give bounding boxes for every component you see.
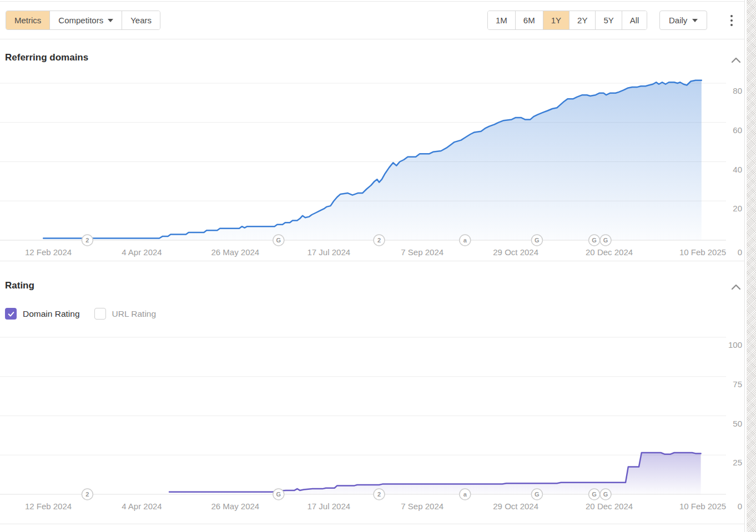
- y-axis-label: 100: [728, 340, 742, 349]
- x-axis-label: 4 Apr 2024: [122, 247, 162, 257]
- divider: [0, 39, 745, 39]
- svg-text:2: 2: [85, 491, 89, 498]
- referring-domains-area-fill: [43, 80, 702, 240]
- divider: [0, 524, 745, 524]
- kebab-icon: [730, 15, 733, 17]
- svg-text:G: G: [592, 237, 597, 244]
- google-update-marker[interactable]: G: [273, 489, 284, 500]
- range-button-label: 6M: [523, 16, 535, 25]
- google-update-marker[interactable]: G: [600, 489, 611, 500]
- x-axis-label: 4 Apr 2024: [122, 501, 162, 511]
- x-axis-label: 29 Oct 2024: [493, 247, 538, 257]
- range-button-5y[interactable]: 5Y: [596, 11, 622, 29]
- svg-text:G: G: [535, 491, 540, 498]
- kebab-icon: [730, 19, 733, 22]
- referring-domains-title: Referring domains: [5, 52, 88, 63]
- toolbar: Metrics Competitors Years 1M 6M 1Y 2Y 5Y…: [0, 0, 745, 39]
- x-axis-label: 12 Feb 2024: [25, 501, 72, 511]
- chevron-up-icon: [728, 54, 744, 67]
- range-button-label: 5Y: [603, 16, 613, 25]
- google-update-marker[interactable]: 2: [374, 235, 385, 246]
- google-update-marker[interactable]: G: [600, 235, 611, 246]
- collapse-referring-domains-button[interactable]: [728, 54, 744, 67]
- checkbox-checked-icon: [5, 308, 17, 320]
- google-update-marker[interactable]: 2: [82, 489, 93, 500]
- x-axis-label: 7 Sep 2024: [401, 247, 443, 257]
- collapse-rating-button[interactable]: [728, 281, 744, 294]
- svg-text:2: 2: [377, 237, 381, 244]
- x-axis-label: 17 Jul 2024: [308, 501, 351, 511]
- range-button-1y[interactable]: 1Y: [543, 11, 569, 29]
- range-button-all[interactable]: All: [622, 11, 647, 29]
- svg-text:2: 2: [377, 491, 381, 498]
- svg-text:G: G: [276, 237, 281, 244]
- range-button-6m[interactable]: 6M: [516, 11, 543, 29]
- svg-text:G: G: [276, 491, 281, 498]
- referring-domains-svg: 204060802G2aGGG12 Feb 20244 Apr 202426 M…: [0, 78, 745, 261]
- divider: [0, 261, 745, 261]
- google-update-marker[interactable]: a: [460, 235, 471, 246]
- page-background-texture: [747, 0, 756, 532]
- google-update-marker[interactable]: G: [273, 235, 284, 246]
- svg-text:a: a: [463, 491, 467, 498]
- range-button-label: 1Y: [551, 16, 561, 25]
- chevron-down-icon: [692, 19, 698, 22]
- chevron-down-icon: [108, 19, 113, 22]
- x-axis-label: 10 Feb 2025: [679, 501, 726, 511]
- y-axis-label: 40: [733, 165, 742, 174]
- domain-rating-svg: 2550751002G2aGGG12 Feb 20244 Apr 202426 …: [0, 332, 745, 515]
- x-axis-label: 7 Sep 2024: [401, 501, 443, 511]
- x-axis-label: 26 May 2024: [211, 247, 259, 257]
- x-axis-label: 20 Dec 2024: [586, 247, 633, 257]
- competitors-button[interactable]: Competitors: [50, 11, 122, 29]
- rating-title: Rating: [5, 280, 34, 291]
- competitors-button-label: Competitors: [58, 16, 103, 25]
- y-axis-label: 75: [733, 379, 742, 389]
- range-button-label: 1M: [496, 16, 507, 25]
- kebab-icon: [730, 24, 733, 26]
- google-update-marker[interactable]: a: [460, 489, 471, 500]
- x-axis-label: 29 Oct 2024: [493, 501, 538, 511]
- google-update-marker[interactable]: 2: [82, 235, 93, 246]
- checkmark-icon: [7, 310, 15, 318]
- domain-rating-checkbox[interactable]: Domain Rating: [5, 308, 80, 320]
- google-update-marker[interactable]: G: [589, 235, 600, 246]
- x-axis-label: 10 Feb 2025: [679, 247, 726, 257]
- svg-text:G: G: [603, 237, 608, 244]
- y-axis-label: 80: [733, 86, 742, 95]
- metrics-button-label: Metrics: [14, 16, 41, 25]
- svg-text:G: G: [535, 237, 540, 244]
- domain-rating-label: Domain Rating: [23, 309, 80, 319]
- svg-text:G: G: [603, 491, 608, 498]
- domain-rating-area-fill: [169, 453, 701, 494]
- google-update-marker[interactable]: 2: [374, 489, 385, 500]
- url-rating-label: URL Rating: [112, 309, 157, 319]
- url-rating-checkbox[interactable]: URL Rating: [94, 308, 157, 320]
- y-axis-label: 25: [733, 458, 742, 467]
- years-button[interactable]: Years: [122, 11, 160, 29]
- range-button-label: 2Y: [577, 16, 587, 25]
- x-axis-label: 26 May 2024: [211, 501, 259, 511]
- google-update-marker[interactable]: G: [531, 235, 542, 246]
- y-axis-label: 60: [733, 125, 742, 135]
- svg-text:a: a: [463, 237, 467, 244]
- range-button-label: All: [630, 16, 639, 25]
- referring-domains-chart[interactable]: 204060802G2aGGG12 Feb 20244 Apr 202426 M…: [0, 78, 745, 261]
- range-button-1m[interactable]: 1M: [488, 11, 516, 29]
- range-button-2y[interactable]: 2Y: [569, 11, 596, 29]
- analytics-panel: Metrics Competitors Years 1M 6M 1Y 2Y 5Y…: [0, 0, 756, 532]
- date-range-button-group: 1M 6M 1Y 2Y 5Y All: [487, 11, 647, 30]
- google-update-marker[interactable]: G: [531, 489, 542, 500]
- more-options-button[interactable]: [723, 12, 740, 29]
- granularity-dropdown[interactable]: Daily: [659, 11, 707, 30]
- svg-text:2: 2: [85, 237, 89, 244]
- chevron-up-icon: [728, 281, 744, 294]
- metrics-button[interactable]: Metrics: [6, 11, 50, 29]
- google-update-marker[interactable]: G: [589, 489, 600, 500]
- x-axis-label: 12 Feb 2024: [25, 247, 72, 257]
- years-button-label: Years: [130, 16, 152, 25]
- domain-rating-chart[interactable]: 2550751002G2aGGG12 Feb 20244 Apr 202426 …: [0, 332, 745, 515]
- x-axis-label: 20 Dec 2024: [586, 501, 633, 511]
- rating-legend-checkboxes: Domain Rating URL Rating: [5, 308, 156, 320]
- svg-text:G: G: [592, 491, 597, 498]
